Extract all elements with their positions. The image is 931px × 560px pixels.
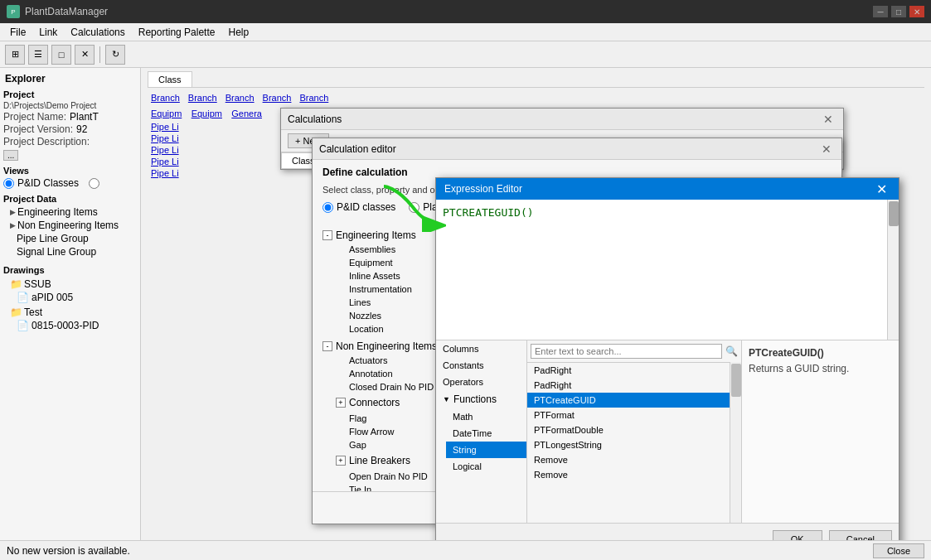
project-desc-row: Project Description: <box>3 136 137 147</box>
calc-editor-title: Calculation editor <box>319 143 818 155</box>
calc-editor-titlebar: Calculation editor ✕ <box>313 138 841 160</box>
project-section-label: Project <box>3 89 137 99</box>
close-app-button[interactable]: ✕ <box>909 6 924 17</box>
explorer-title: Explorer <box>3 71 137 86</box>
connectors-expand[interactable]: + <box>336 398 346 408</box>
padright-2-item[interactable]: PadRight <box>527 378 741 393</box>
functions-label: Functions <box>453 393 497 405</box>
calculations-close-button[interactable]: ✕ <box>820 113 836 126</box>
ssub-folder-item[interactable]: 📁 SSUB <box>3 278 137 291</box>
branch-4[interactable]: Branch <box>259 91 295 104</box>
close-status-button[interactable]: Close <box>873 543 924 558</box>
expr-editor-close-button[interactable]: ✕ <box>873 181 890 197</box>
engineering-items-node[interactable]: ▶ Engineering Items <box>3 205 137 219</box>
general-1[interactable]: Genera <box>228 107 265 120</box>
window-controls: ─ □ ✕ <box>873 6 924 17</box>
string-item[interactable]: String <box>446 442 526 458</box>
expr-search-input[interactable] <box>531 344 722 359</box>
list-view-button[interactable]: ☰ <box>28 45 48 65</box>
datetime-item[interactable]: DateTime <box>446 425 526 442</box>
branch-1[interactable]: Branch <box>148 91 183 104</box>
pid-radio-input[interactable] <box>322 202 333 213</box>
branch-3[interactable]: Branch <box>222 91 258 104</box>
logical-item[interactable]: Logical <box>446 458 526 475</box>
columns-item[interactable]: Columns <box>436 340 526 357</box>
math-item[interactable]: Math <box>446 408 526 425</box>
branch-2[interactable]: Branch <box>185 91 221 104</box>
menu-calculations[interactable]: Calculations <box>64 25 131 40</box>
main-area: Explorer Project D:\Projects\Demo Projec… <box>0 68 931 540</box>
menu-file[interactable]: File <box>3 25 32 40</box>
middle-scrollbar[interactable] <box>730 362 741 523</box>
refresh-button[interactable]: ↻ <box>105 45 125 65</box>
pipe-line-group-node[interactable]: Pipe Line Group <box>3 232 137 245</box>
pipe-5[interactable]: Pipe Li <box>148 167 182 180</box>
signal-line-group-node[interactable]: Signal Line Group <box>3 245 137 258</box>
pid-radio-label: P&ID classes <box>337 201 395 213</box>
menu-link[interactable]: Link <box>32 25 64 40</box>
box-button[interactable]: □ <box>51 45 71 65</box>
eng-items-expand[interactable]: - <box>322 230 332 240</box>
test-folder-item[interactable]: 📁 Test <box>3 306 137 319</box>
functions-subcategories: Math DateTime String Logical <box>436 408 526 475</box>
drawings-title: Drawings <box>3 265 137 275</box>
project-desc-label: Project Description: <box>3 136 90 147</box>
ptlongeststring-item[interactable]: PTLongestString <box>527 437 741 452</box>
equip-2[interactable]: Equipm <box>188 107 225 120</box>
func-name-display: PTCreateGUID() <box>749 347 892 359</box>
delete-button[interactable]: ✕ <box>75 45 95 65</box>
apid-label: aPID 005 <box>32 292 73 303</box>
menu-help[interactable]: Help <box>221 25 255 40</box>
expr-ok-button[interactable]: OK <box>773 530 822 540</box>
app-title: PlantDataManager <box>25 6 873 17</box>
apid-icon: 📄 <box>17 292 29 303</box>
project-name-row: Project Name: PlantT <box>3 111 137 123</box>
ssub-folder: 📁 SSUB 📄 aPID 005 <box>3 277 137 305</box>
class-tab[interactable]: Class <box>148 71 192 87</box>
browse-button[interactable]: ... <box>3 150 18 161</box>
ptformatdouble-item[interactable]: PTFormatDouble <box>527 422 741 437</box>
app-window: P PlantDataManager ─ □ ✕ File Link Calcu… <box>0 0 931 560</box>
non-engineering-items-node[interactable]: ▶ Non Engineering Items <box>3 219 137 232</box>
calc-editor-close-button[interactable]: ✕ <box>818 142 835 156</box>
project-version-value: 92 <box>76 123 87 135</box>
signal-line-group-label: Signal Line Group <box>17 246 96 258</box>
pid-classes-radio[interactable] <box>3 178 14 189</box>
expr-editor-titlebar: Expression Editor ✕ <box>436 178 899 200</box>
line-breakers-expand[interactable]: + <box>336 456 346 466</box>
operators-item[interactable]: Operators <box>436 374 526 390</box>
padright-1-item[interactable]: PadRight <box>527 363 741 378</box>
maximize-button[interactable]: □ <box>891 6 906 17</box>
folder-icon: 📁 <box>10 278 22 290</box>
expr-left-panel: Columns Constants Operators ▼ Functions … <box>436 340 527 523</box>
equip-1[interactable]: Equipm <box>148 107 185 120</box>
expr-middle-panel: 🔍 PadRight PadRight PTCreateGUID PTForma… <box>527 340 741 523</box>
expr-cancel-button[interactable]: Cancel <box>829 530 892 540</box>
expr-top-scrollbar[interactable] <box>887 200 899 340</box>
ptcreateguid-item[interactable]: PTCreateGUID <box>527 393 741 408</box>
search-icon: 🔍 <box>725 345 738 357</box>
middle-scrollbar-thumb <box>731 364 741 397</box>
menu-reporting[interactable]: Reporting Palette <box>132 25 222 40</box>
pla-radio-input[interactable] <box>409 202 419 213</box>
remove-1-item[interactable]: Remove <box>527 452 741 467</box>
non-engineering-items-arrow: ▶ <box>10 221 16 229</box>
minimize-button[interactable]: ─ <box>873 6 888 17</box>
non-eng-items-expand[interactable]: - <box>322 341 332 351</box>
constants-item[interactable]: Constants <box>436 357 526 374</box>
test-folder-icon: 📁 <box>10 307 22 318</box>
grid-view-button[interactable]: ⊞ <box>5 45 25 65</box>
branch-5[interactable]: Branch <box>296 91 332 104</box>
expr-text-input[interactable] <box>443 206 892 333</box>
test-drawing-item[interactable]: 📄 0815-0003-PID <box>3 319 137 332</box>
project-version-row: Project Version: 92 <box>3 123 137 135</box>
functions-category[interactable]: ▼ Functions <box>436 390 526 408</box>
ssub-folder-label: SSUB <box>24 278 51 290</box>
other-radio[interactable] <box>89 178 99 189</box>
apid-item[interactable]: 📄 aPID 005 <box>3 291 137 304</box>
func-desc-display: Returns a GUID string. <box>749 362 892 376</box>
ptformat-item[interactable]: PTFormat <box>527 408 741 422</box>
non-engineering-items-label: Non Engineering Items <box>17 220 119 231</box>
expr-scrollbar-thumb <box>889 201 899 226</box>
remove-2-item[interactable]: Remove <box>527 467 741 482</box>
